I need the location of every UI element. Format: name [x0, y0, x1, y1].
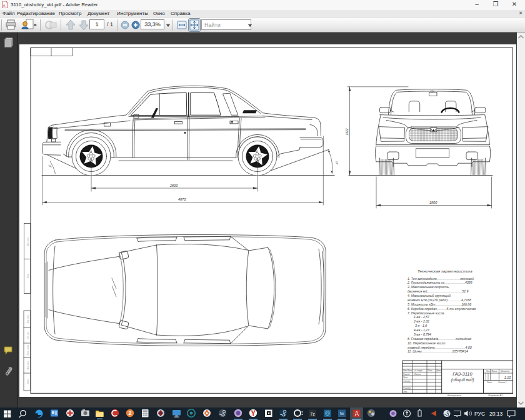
svg-text:Формат А1: Формат А1: [488, 394, 503, 397]
svg-text:2. Грузоподъемность кг.......: 2. Грузоподъемность кг..................…: [407, 281, 472, 284]
svg-text:Утв.: Утв.: [403, 391, 408, 393]
svg-text:4-ая - 1,27: 4-ая - 1,27: [414, 328, 430, 332]
svg-text:момент Н*м (n=270 рад/с)......: момент Н*м (n=270 рад/с)...............4…: [408, 298, 471, 302]
svg-text:Изм Лист: Изм Лист: [403, 369, 412, 372]
svg-text:2-ая - 2,02: 2-ая - 2,02: [413, 319, 429, 323]
svg-text:3-я - 1,6: 3-я - 1,6: [415, 324, 427, 328]
svg-text:3. Максимальная скорость: 3. Максимальная скорость: [408, 285, 449, 289]
svg-text:10. Передаточное число: 10. Передаточное число: [408, 341, 446, 345]
svg-text:Т.контр.: Т.контр.: [403, 380, 411, 382]
svg-text:17°: 17°: [48, 164, 52, 169]
svg-text:Н.контр.: Н.контр.: [403, 387, 411, 389]
svg-text:13°: 13°: [335, 161, 339, 165]
svg-text:ГАЗ-3110: ГАЗ-3110: [452, 371, 472, 377]
svg-text:Инв. подл.: Инв. подл.: [27, 361, 29, 370]
svg-text:Техническая характеристика: Техническая характеристика: [418, 269, 472, 273]
svg-text:(общий вид): (общий вид): [451, 378, 474, 382]
svg-text:Пров.: Пров.: [403, 376, 408, 379]
svg-text:2800: 2800: [169, 184, 178, 188]
svg-text:Копировал: Копировал: [448, 394, 461, 397]
svg-text:11. Шины......................: 11. Шины................................…: [408, 349, 468, 353]
svg-text:Инв. дубл.: Инв. дубл.: [27, 314, 29, 324]
svg-text:8. Главная передача...........: 8. Главная передача...................ги…: [408, 337, 471, 341]
svg-text:Лит.: Лит.: [486, 370, 491, 372]
svg-text:A: A: [2, 4, 5, 8]
svg-text:fw: fw: [340, 411, 344, 416]
svg-text:№ докум.: № докум.: [414, 369, 422, 372]
svg-text:Лист: Лист: [486, 381, 492, 384]
svg-text:2: 2: [128, 410, 131, 416]
svg-text:Подп.: Подп.: [27, 379, 29, 384]
svg-text:Инв. подл.: Инв. подл.: [27, 237, 29, 246]
svg-text:6. Коробка передач...........5: 6. Коробка передач...........5-ти ступен…: [408, 307, 476, 311]
svg-text:Дата: Дата: [436, 369, 441, 372]
svg-text:Масштаб: Масштаб: [501, 370, 509, 372]
svg-text:1:10: 1:10: [504, 376, 512, 379]
svg-text:главной передачи..............: главной передачи........................…: [408, 346, 472, 349]
svg-text:1800: 1800: [429, 201, 438, 204]
svg-text:Подп.: Подп.: [428, 369, 432, 372]
svg-text:5. Мощность кВт..............: 5. Мощность кВт.........................…: [408, 302, 471, 306]
svg-text:Иванов: Иванов: [414, 373, 421, 376]
svg-text:Вз. инв.: Вз. инв.: [27, 331, 29, 338]
svg-text:1422: 1422: [345, 128, 349, 135]
svg-text:Подп.: Подп.: [27, 273, 29, 278]
svg-text:Листов 1: Листов 1: [498, 381, 507, 384]
svg-text:Разраб.: Разраб.: [403, 373, 410, 376]
svg-text:движения м/с..................: движения м/с............................…: [408, 289, 468, 293]
svg-text:7. Передаточные числа: 7. Передаточные числа: [408, 311, 444, 315]
svg-text:1. Тип автомобиля.............: 1. Тип автомобиля.......................…: [408, 277, 474, 281]
svg-text:20:13: 20:13: [489, 411, 503, 417]
svg-text:РУС: РУС: [474, 411, 485, 417]
svg-text:Подп. дата: Подп. дата: [27, 345, 29, 356]
svg-text:5-ая - 0,794: 5-ая - 0,794: [414, 332, 431, 336]
svg-text:4870: 4870: [178, 198, 186, 201]
svg-text:1-ая - 2,57: 1-ая - 2,57: [414, 315, 430, 319]
svg-text:7z: 7z: [310, 412, 315, 416]
svg-text:4. Максимальный крутящий: 4. Максимальный крутящий: [408, 294, 451, 298]
svg-text:Масса: Масса: [492, 370, 498, 372]
